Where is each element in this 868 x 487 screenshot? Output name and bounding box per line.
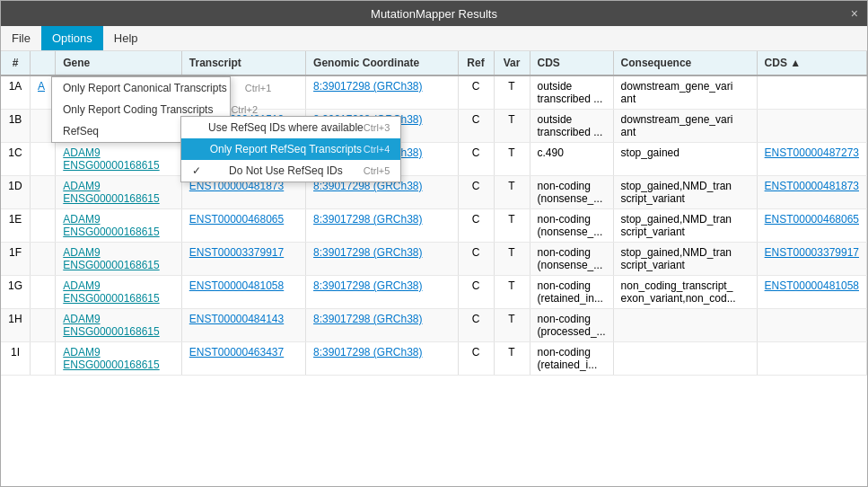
row-coord: 8:39017298 (GRCh38) [306,176,458,209]
close-button[interactable]: × [851,6,858,21]
row-consequence: stop_gained,NMD_tran script_variant [613,209,757,243]
table-row: 1B ADAM9 ENSG00000168615 ENST00000481513… [1,110,867,143]
row-var: T [494,276,530,309]
row-gene: ADAM9 ENSG00000168615 [56,209,182,243]
row-coord: 8:39017298 (GRCh38) [306,309,458,342]
row-id: 1C [1,143,31,176]
row-coord: 8:39017298 (GRCh38) [306,110,458,143]
row-id: 1E [1,209,31,243]
row-ref: C [458,110,494,143]
row-gene: ADAM9 ENSG00000168615 [56,75,182,110]
row-id: 1G [1,276,31,309]
row-var: T [494,176,530,209]
row-cds: non-coding (nonsense_... [530,209,613,243]
window-title: MutationMapper Results [371,7,497,21]
col-header-blank [31,51,56,75]
row-gene: ADAM9 ENSG00000168615 [56,176,182,209]
row-consequence [613,309,757,342]
col-header-transcript: Transcript [181,51,305,75]
row-cds2: ENST00000481058 [757,276,866,309]
row-cds2 [757,75,866,110]
row-var: T [494,75,530,110]
row-cds2: ENST00003379917 [757,243,866,276]
main-window: MutationMapper Results × File Options He… [0,0,868,487]
row-ref: C [458,342,494,376]
col-header-cds2: CDS ▲ [757,51,866,75]
row-cds: non-coding (nonsense_... [530,243,613,276]
main-content: # Gene Transcript Genomic Coordinate Ref… [1,51,867,486]
row-sub [31,342,56,376]
row-transcript: ENST00000481058 [181,276,305,309]
row-id: 1D [1,176,31,209]
row-consequence: downstream_gene_vari ant [613,75,757,110]
row-cds: non-coding (nonsense_... [530,176,613,209]
row-ref: C [458,209,494,243]
row-gene: ADAM9 ENSG00000168615 [56,143,182,176]
row-cds: non-coding (retained_in... [530,276,613,309]
row-sub [31,110,56,143]
row-cds2: ENST00000468065 [757,209,866,243]
row-var: T [494,309,530,342]
row-ref: C [458,176,494,209]
table-row: 1A A ADAM9 ENSG00000168615 8:39017298 (G… [1,75,867,110]
col-header-gene: Gene [56,51,182,75]
row-var: T [494,143,530,176]
row-gene: ADAM9 ENSG00000168615 [56,342,182,376]
row-coord: 8:39017298 (GRCh38) [306,342,458,376]
table-row: 1H ADAM9 ENSG00000168615 ENST00000484143… [1,309,867,342]
row-sub [31,276,56,309]
col-header-cds: CDS [530,51,613,75]
row-sub [31,143,56,176]
row-transcript [181,75,305,110]
row-var: T [494,110,530,143]
row-transcript: ENST00000468065 [181,209,305,243]
row-sub [31,209,56,243]
row-ref: C [458,143,494,176]
row-id: 1H [1,309,31,342]
row-consequence: stop_gained,NMD_tran script_variant [613,243,757,276]
row-transcript: ENST00003379917 [181,243,305,276]
table-row: 1I ADAM9 ENSG00000168615 ENST00000463437… [1,342,867,376]
row-cds: outside transcribed ... [530,75,613,110]
menu-options[interactable]: Options [41,26,103,50]
row-id: 1I [1,342,31,376]
row-transcript: ENST00000484143 [181,309,305,342]
table-row: 1F ADAM9 ENSG00000168615 ENST00003379917… [1,243,867,276]
col-header-hash: # [1,51,31,75]
menu-help[interactable]: Help [103,26,149,50]
row-sub [31,309,56,342]
row-coord: 8:39017298 (GRCh38) [306,75,458,110]
row-cds2 [757,110,866,143]
row-consequence: non_coding_transcript_ exon_variant,non_… [613,276,757,309]
row-transcript: ENST00000481513 [181,110,305,143]
table-area: # Gene Transcript Genomic Coordinate Ref… [1,51,867,486]
row-cds: c.490 [530,143,613,176]
row-coord: 8:39017298 (GRCh38) [306,143,458,176]
row-consequence [613,342,757,376]
row-cds: non-coding (retained_i... [530,342,613,376]
row-sub [31,176,56,209]
row-id: 1B [1,110,31,143]
row-ref: C [458,75,494,110]
row-ref: C [458,309,494,342]
row-id: 1A [1,75,31,110]
row-cds2: ENST00000487273 [757,143,866,176]
table-row: 1E ADAM9 ENSG00000168615 ENST00000468065… [1,209,867,243]
row-consequence: stop_gained [613,143,757,176]
row-transcript: ENST00000487273 [181,143,305,176]
row-cds2: ENST00000481873 [757,176,866,209]
row-var: T [494,209,530,243]
row-ref: C [458,243,494,276]
menubar: File Options Help [1,26,867,51]
row-var: T [494,342,530,376]
row-sub: A [31,75,56,110]
row-cds: outside transcribed ... [530,110,613,143]
row-gene: ADAM9 ENSG00000168615 [56,243,182,276]
row-sub [31,243,56,276]
row-coord: 8:39017298 (GRCh38) [306,276,458,309]
col-header-genomic: Genomic Coordinate [306,51,458,75]
menu-file[interactable]: File [1,26,41,50]
row-transcript: ENST00000463437 [181,342,305,376]
row-coord: 8:39017298 (GRCh38) [306,243,458,276]
row-gene: ADAM9 ENSG00000168615 [56,110,182,143]
